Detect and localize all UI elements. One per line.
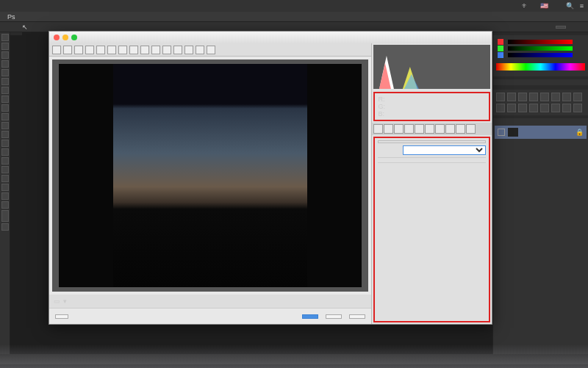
adj-hue-icon[interactable] — [551, 93, 560, 101]
adj-select-icon[interactable] — [573, 104, 582, 112]
zoom-icon[interactable] — [71, 35, 77, 40]
acr-crop-tool[interactable] — [107, 46, 116, 54]
acr-sampler-tool[interactable] — [85, 46, 94, 54]
acr-prefs-tool[interactable] — [184, 46, 193, 54]
r-slider[interactable] — [508, 40, 573, 44]
lock-icon[interactable]: 🔒 — [576, 129, 584, 136]
tool-dodge[interactable] — [1, 148, 9, 156]
close-icon[interactable] — [54, 35, 60, 40]
menu-extras-icon[interactable]: ≡ — [580, 2, 584, 10]
minimize-icon[interactable] — [62, 35, 68, 40]
acr-wb-tool[interactable] — [74, 46, 83, 54]
building-right — [307, 64, 362, 286]
tool-gradient[interactable] — [1, 131, 9, 138]
document-tab[interactable] — [10, 32, 22, 35]
tool-hand[interactable] — [1, 192, 9, 200]
histogram[interactable] — [373, 45, 490, 89]
adj-poster-icon[interactable] — [540, 104, 549, 112]
adj-colorbal-icon[interactable] — [562, 93, 571, 101]
acr-grad-tool[interactable] — [162, 46, 171, 54]
ptab-split-icon[interactable] — [415, 124, 424, 134]
wifi-icon[interactable]: ᯤ — [522, 2, 528, 10]
tool-heal[interactable] — [1, 87, 9, 94]
tool-path[interactable] — [1, 175, 9, 182]
b-slider[interactable] — [508, 53, 573, 57]
ptab-lens-icon[interactable] — [425, 124, 434, 134]
ptab-preset-icon[interactable] — [456, 124, 465, 134]
tool-zoom[interactable] — [1, 201, 9, 209]
flag-icon[interactable]: 🇺🇸 — [540, 2, 548, 10]
open-image-button[interactable] — [302, 314, 318, 319]
adj-brightness-icon[interactable] — [496, 93, 505, 101]
tool-move[interactable] — [1, 34, 9, 41]
acr-target-tool[interactable] — [96, 46, 105, 54]
tool-history[interactable] — [1, 113, 9, 120]
done-button[interactable] — [349, 314, 365, 319]
adj-lut-icon[interactable] — [518, 104, 527, 112]
tool-blur[interactable] — [1, 140, 9, 147]
tool-brush[interactable] — [1, 95, 9, 103]
acr-rotate-ccw[interactable] — [196, 46, 204, 54]
ptab-curve-icon[interactable] — [384, 124, 393, 134]
acr-straighten-tool[interactable] — [118, 46, 127, 54]
fgbg-swatch[interactable] — [1, 210, 9, 222]
tool-pen[interactable] — [1, 157, 9, 165]
adjustment-icons — [493, 90, 588, 115]
adj-photo-icon[interactable] — [496, 104, 505, 112]
b-swatch — [498, 52, 503, 58]
tool-lasso[interactable] — [1, 51, 9, 59]
acr-brush-tool[interactable] — [151, 46, 160, 54]
adj-vibrance-icon[interactable] — [540, 93, 549, 101]
layer-thumb[interactable] — [508, 128, 518, 137]
adj-invert-icon[interactable] — [529, 104, 538, 112]
camera-raw-dialog: ▭ ▾ — [49, 31, 492, 325]
tool-shape[interactable] — [1, 184, 9, 191]
ptab-detail-icon[interactable] — [394, 124, 404, 134]
adj-gradmap-icon[interactable] — [562, 104, 571, 112]
spectrum-ramp[interactable] — [496, 63, 585, 71]
save-image-button[interactable] — [55, 314, 68, 319]
quickmask[interactable] — [1, 223, 9, 231]
tool-crop[interactable] — [1, 69, 9, 76]
acr-preview[interactable] — [52, 59, 368, 292]
acr-panel-tabs — [372, 123, 492, 135]
ptab-hsl-icon[interactable] — [404, 124, 414, 134]
acr-titlebar[interactable] — [49, 32, 492, 43]
adj-thresh-icon[interactable] — [551, 104, 560, 112]
layer-row[interactable]: 🔒 — [495, 126, 587, 139]
acr-zoom-tool[interactable] — [52, 46, 61, 54]
acr-hand-tool[interactable] — [63, 46, 72, 54]
acr-redeye-tool[interactable] — [140, 46, 149, 54]
acr-radial-tool[interactable] — [173, 46, 182, 54]
ptab-snap-icon[interactable] — [466, 124, 476, 134]
acr-rotate-cw[interactable] — [207, 46, 215, 54]
adj-curves-icon[interactable] — [518, 93, 527, 101]
zoom-minus-icon[interactable]: ▭ — [54, 297, 60, 305]
acr-spot-tool[interactable] — [129, 46, 138, 54]
spotlight-icon[interactable]: 🔍 — [566, 2, 574, 10]
acr-left-pane: ▭ ▾ — [49, 43, 372, 324]
macos-dock — [0, 344, 588, 368]
ptab-fx-icon[interactable] — [435, 124, 445, 134]
wb-select[interactable] — [403, 145, 486, 155]
acr-bottom-bar — [49, 308, 371, 324]
tool-eyedropper[interactable] — [1, 78, 9, 85]
cancel-button[interactable] — [326, 314, 342, 319]
acr-image — [59, 64, 362, 286]
chevron-down-icon[interactable]: ▾ — [63, 297, 67, 305]
ps-title-bar: Ps — [0, 12, 588, 22]
ptab-cal-icon[interactable] — [445, 124, 455, 134]
tool-type[interactable] — [1, 166, 9, 173]
adj-mixer-icon[interactable] — [507, 104, 516, 112]
tool-eraser[interactable] — [1, 122, 9, 129]
tool-wand[interactable] — [1, 60, 9, 68]
workspace-button[interactable] — [556, 26, 566, 29]
ptab-basic-icon[interactable] — [373, 124, 383, 134]
g-slider[interactable] — [508, 46, 573, 51]
adj-levels-icon[interactable] — [507, 93, 516, 101]
tool-marquee[interactable] — [1, 43, 9, 50]
adj-exposure-icon[interactable] — [529, 93, 538, 101]
eye-icon[interactable] — [498, 129, 505, 136]
adj-bw-icon[interactable] — [573, 93, 582, 101]
tool-stamp[interactable] — [1, 104, 9, 112]
